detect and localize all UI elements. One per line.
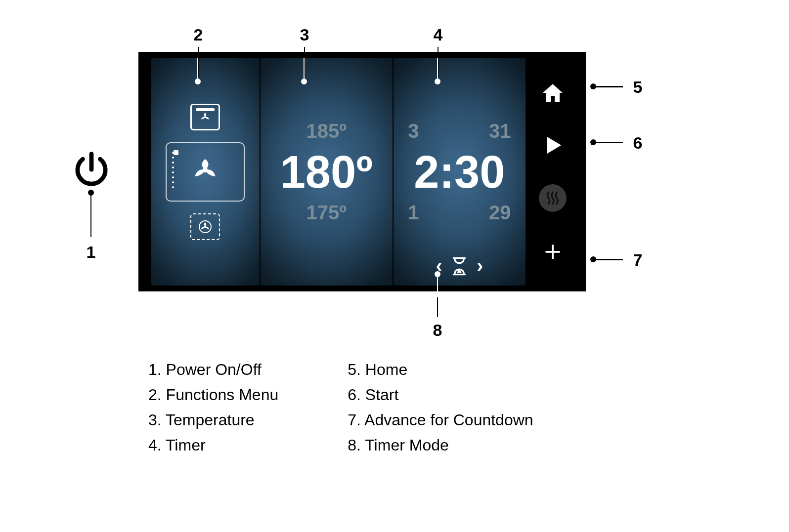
- start-button[interactable]: [539, 131, 567, 159]
- timer-prev-minutes: 31: [489, 120, 511, 142]
- legend-item: 5. Home: [348, 361, 533, 379]
- function-option-bottom-icon[interactable]: [190, 213, 220, 240]
- callout-leader: [593, 259, 623, 260]
- timer-next-minutes: 29: [489, 202, 511, 224]
- callout-leader: [593, 142, 623, 143]
- power-button[interactable]: [69, 148, 114, 193]
- heat-indicator: [539, 184, 567, 212]
- temperature-picker[interactable]: 185º 180º 175º: [261, 58, 393, 286]
- callout-leader: [437, 297, 438, 317]
- screen-sidebar: ＋: [526, 58, 580, 286]
- functions-picker[interactable]: [151, 58, 260, 286]
- timer-prev-row: 3 31: [408, 120, 511, 142]
- fan-circle-icon: [198, 219, 213, 234]
- callout-leader: [197, 58, 198, 82]
- legend-item: 2. Functions Menu: [148, 386, 278, 404]
- legend-item: 7. Advance for Countdown: [348, 411, 533, 429]
- timer-current: 2:30: [414, 149, 505, 195]
- legend-item: 4. Timer: [148, 436, 278, 454]
- callout-number-3: 3: [300, 25, 309, 44]
- hourglass-icon: [451, 256, 468, 276]
- play-icon: [541, 134, 564, 157]
- temperature-current: 180º: [280, 149, 373, 195]
- timer-mode-selector[interactable]: ‹ ›: [394, 255, 526, 277]
- timer-picker[interactable]: 3 31 2:30 1 29 ‹: [394, 58, 526, 286]
- callout-number-6: 6: [633, 133, 643, 153]
- legend-item: 1. Power On/Off: [148, 361, 278, 379]
- picker-area: 185º 180º 175º 3 31 2:30 1 29 ‹: [151, 58, 526, 286]
- timer-next-hours: 1: [408, 202, 419, 224]
- power-icon: [70, 149, 113, 192]
- diagram-canvas: 20:00: [0, 0, 789, 532]
- function-option-selected-icon[interactable]: [166, 142, 245, 202]
- callout-number-2: 2: [194, 25, 203, 44]
- heat-waves-icon: [543, 188, 563, 208]
- callout-leader: [593, 86, 623, 87]
- callout-number-5: 5: [633, 78, 643, 97]
- legend-col-1: 1. Power On/Off 2. Functions Menu 3. Tem…: [148, 361, 278, 461]
- home-icon: [541, 81, 565, 105]
- callout-leader: [437, 58, 438, 82]
- callout-leader: [90, 193, 91, 237]
- temperature-next: 175º: [307, 202, 347, 224]
- chevron-right-icon[interactable]: ›: [477, 255, 483, 277]
- legend-col-2: 5. Home 6. Start 7. Advance for Countdow…: [348, 361, 533, 461]
- timer-next-row: 1 29: [408, 202, 511, 224]
- fan-icon: [192, 157, 218, 183]
- timer-prev-hours: 3: [408, 120, 419, 142]
- temperature-prev: 185º: [307, 120, 347, 142]
- functions-column: [166, 104, 245, 240]
- oven-screen: 20:00: [138, 52, 586, 291]
- callout-leader: [304, 58, 305, 82]
- legend-item: 3. Temperature: [148, 411, 278, 429]
- legend-item: 6. Start: [348, 386, 533, 404]
- callout-number-8: 8: [433, 321, 442, 340]
- function-option-top-icon[interactable]: [190, 104, 220, 130]
- advance-button[interactable]: ＋: [539, 237, 567, 264]
- fan-icon: [199, 111, 212, 123]
- home-button[interactable]: [539, 79, 567, 107]
- plus-icon: ＋: [539, 237, 567, 264]
- callout-number-1: 1: [87, 243, 96, 262]
- legend-item: 8. Timer Mode: [348, 436, 533, 454]
- legend: 1. Power On/Off 2. Functions Menu 3. Tem…: [148, 361, 533, 461]
- callout-leader: [437, 274, 438, 291]
- callout-number-7: 7: [633, 250, 643, 270]
- callout-number-4: 4: [434, 25, 443, 44]
